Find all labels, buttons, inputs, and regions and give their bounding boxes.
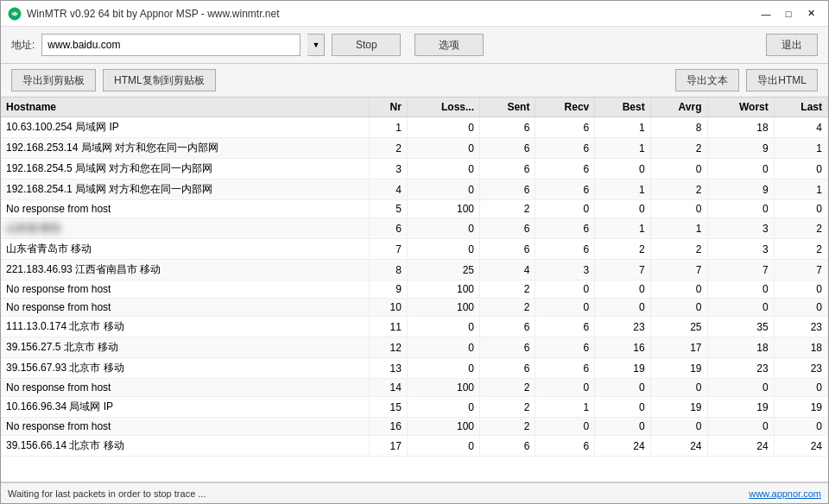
cell-loss: 0 <box>407 180 479 200</box>
table-header: Hostname Nr Loss... Sent Recv Best Avrg … <box>1 98 828 117</box>
cell-worst: 19 <box>707 397 774 418</box>
col-nr: Nr <box>370 98 408 117</box>
cell-best: 0 <box>595 418 650 436</box>
cell-loss: 0 <box>407 358 479 379</box>
cell-worst: 0 <box>707 418 774 436</box>
cell-avrg: 0 <box>650 299 707 317</box>
cell-avrg: 0 <box>650 379 707 397</box>
status-link[interactable]: www.appnor.com <box>749 488 821 499</box>
cell-worst: 18 <box>707 117 774 138</box>
cell-hostname: 192.168.253.14 局域网 对方和您在同一内部网 <box>1 138 370 159</box>
maximize-button[interactable]: □ <box>778 4 799 23</box>
cell-loss: 100 <box>407 280 479 299</box>
cell-worst: 0 <box>707 159 774 180</box>
cell-worst: 24 <box>707 436 774 457</box>
cell-last: 23 <box>774 358 827 379</box>
table-row: 192.168.253.14 局域网 对方和您在同一内部网20661291 <box>1 138 828 159</box>
cell-recv: 6 <box>535 138 595 159</box>
cell-loss: 100 <box>407 200 479 218</box>
cell-last: 0 <box>774 379 827 397</box>
table-row: No response from host14100200000 <box>1 379 828 397</box>
address-input[interactable] <box>41 34 301 56</box>
cell-nr: 8 <box>370 260 408 280</box>
cell-nr: 12 <box>370 337 408 358</box>
cell-best: 16 <box>595 337 650 358</box>
cell-last: 18 <box>774 337 827 358</box>
cell-sent: 6 <box>480 218 535 239</box>
cell-best: 0 <box>595 159 650 180</box>
cell-best: 0 <box>595 280 650 299</box>
col-loss: Loss... <box>407 98 479 117</box>
table-body: 10.63.100.254 局域网 IP106618184192.168.253… <box>1 117 828 457</box>
cell-loss: 100 <box>407 299 479 317</box>
export-text-button[interactable]: 导出文本 <box>675 69 739 91</box>
cell-sent: 6 <box>480 239 535 260</box>
cell-avrg: 19 <box>650 397 707 418</box>
cell-loss: 0 <box>407 436 479 457</box>
col-avrg: Avrg <box>650 98 707 117</box>
address-dropdown-button[interactable]: ▼ <box>307 34 325 56</box>
cell-sent: 2 <box>480 397 535 418</box>
cell-avrg: 2 <box>650 138 707 159</box>
cell-avrg: 0 <box>650 159 707 180</box>
title-bar-controls: — □ ✕ <box>756 4 821 23</box>
cell-last: 0 <box>774 200 827 218</box>
cell-best: 1 <box>595 218 650 239</box>
table-row: 39.156.66.14 北京市 移动1706624242424 <box>1 436 828 457</box>
cell-last: 2 <box>774 218 827 239</box>
cell-worst: 9 <box>707 138 774 159</box>
table-row: 10.166.96.34 局域网 IP150210191919 <box>1 397 828 418</box>
title-bar: WinMTR v0.92 64 bit by Appnor MSP - www.… <box>1 1 828 27</box>
cell-last: 0 <box>774 299 827 317</box>
cell-recv: 6 <box>535 180 595 200</box>
cell-hostname: 山东省 移动 <box>1 218 370 239</box>
cell-recv: 6 <box>535 358 595 379</box>
cell-avrg: 0 <box>650 280 707 299</box>
html-clipboard-button[interactable]: HTML复制到剪贴板 <box>103 69 216 91</box>
cell-best: 7 <box>595 260 650 280</box>
cell-hostname: 221.183.46.93 江西省南昌市 移动 <box>1 260 370 280</box>
action-bar: 导出到剪贴板 HTML复制到剪贴板 导出文本 导出HTML <box>1 64 828 98</box>
export-html-button[interactable]: 导出HTML <box>746 69 818 91</box>
cell-worst: 23 <box>707 358 774 379</box>
cell-sent: 6 <box>480 436 535 457</box>
options-button[interactable]: 选项 <box>414 34 484 56</box>
export-clipboard-button[interactable]: 导出到剪贴板 <box>11 69 96 91</box>
cell-best: 23 <box>595 317 650 337</box>
table-row: 111.13.0.174 北京市 移动1106623253523 <box>1 317 828 337</box>
cell-nr: 2 <box>370 138 408 159</box>
title-bar-left: WinMTR v0.92 64 bit by Appnor MSP - www.… <box>8 7 280 21</box>
cell-hostname: No response from host <box>1 379 370 397</box>
cell-nr: 9 <box>370 280 408 299</box>
cell-hostname: 10.166.96.34 局域网 IP <box>1 397 370 418</box>
table-row: No response from host10100200000 <box>1 299 828 317</box>
cell-sent: 4 <box>480 260 535 280</box>
table-header-row: Hostname Nr Loss... Sent Recv Best Avrg … <box>1 98 828 117</box>
cell-best: 24 <box>595 436 650 457</box>
minimize-button[interactable]: — <box>756 4 776 23</box>
cell-last: 24 <box>774 436 827 457</box>
cell-nr: 1 <box>370 117 408 138</box>
cell-nr: 6 <box>370 218 408 239</box>
col-hostname: Hostname <box>1 98 370 117</box>
exit-button[interactable]: 退出 <box>766 34 818 56</box>
cell-sent: 2 <box>480 280 535 299</box>
cell-loss: 0 <box>407 239 479 260</box>
cell-last: 4 <box>774 117 827 138</box>
col-worst: Worst <box>707 98 774 117</box>
cell-sent: 6 <box>480 138 535 159</box>
cell-nr: 10 <box>370 299 408 317</box>
stop-button[interactable]: Stop <box>332 34 401 56</box>
close-button[interactable]: ✕ <box>801 4 821 23</box>
toolbar: 地址: ▼ Stop 选项 退出 <box>1 27 828 64</box>
cell-best: 2 <box>595 239 650 260</box>
table-row: No response from host5100200000 <box>1 200 828 218</box>
cell-worst: 0 <box>707 200 774 218</box>
trace-table-container[interactable]: Hostname Nr Loss... Sent Recv Best Avrg … <box>1 98 828 482</box>
cell-last: 7 <box>774 260 827 280</box>
cell-recv: 0 <box>535 280 595 299</box>
cell-hostname: No response from host <box>1 200 370 218</box>
cell-worst: 3 <box>707 218 774 239</box>
cell-sent: 2 <box>480 418 535 436</box>
cell-hostname: 192.168.254.1 局域网 对方和您在同一内部网 <box>1 180 370 200</box>
